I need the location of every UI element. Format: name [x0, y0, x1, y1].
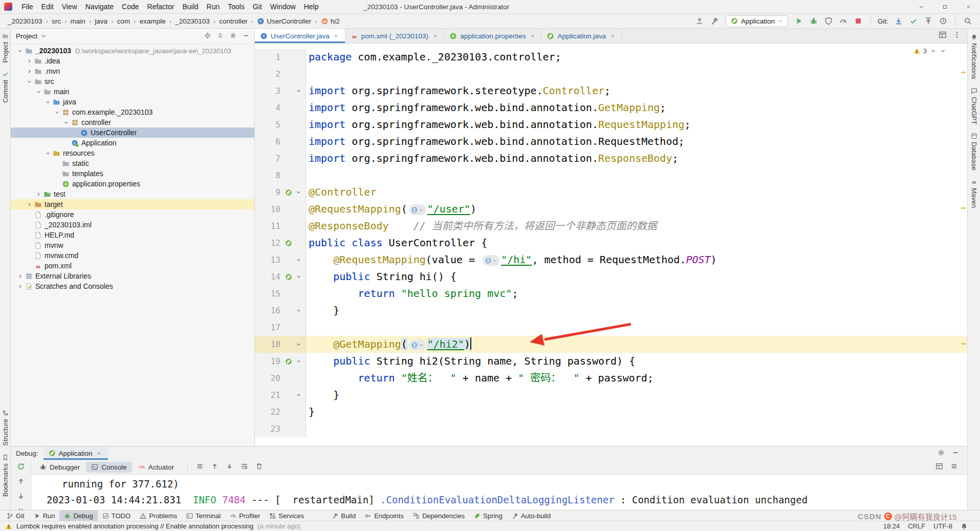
url-inlay-hint[interactable]: [483, 255, 499, 266]
spring-bean-gutter-icon[interactable]: [283, 273, 294, 281]
search-everywhere-button[interactable]: [961, 15, 974, 27]
close-tab-icon[interactable]: [333, 32, 340, 39]
code-text[interactable]: @RequestMapping("/user"): [306, 201, 476, 218]
toolwindow-button-build[interactable]: Build: [327, 511, 360, 521]
tree-item-help-md[interactable]: HELP.md: [11, 230, 254, 240]
breadcrumb-com[interactable]: com: [116, 17, 132, 26]
tool-stripe-structure[interactable]: Structure: [2, 410, 9, 446]
tree-item-application[interactable]: CApplication: [11, 138, 254, 148]
tree-item-mvnw[interactable]: mvnw: [11, 240, 254, 250]
tree-item-resources[interactable]: resources: [11, 148, 254, 158]
toolwindow-button-todo[interactable]: TODO: [98, 511, 135, 521]
toolwindow-button-endpoints[interactable]: Endpoints: [360, 511, 408, 521]
panel-settings-button[interactable]: [230, 32, 236, 40]
tree-item-java[interactable]: java: [11, 97, 254, 107]
close-session-icon[interactable]: [96, 450, 103, 457]
next-problem-icon[interactable]: [940, 48, 946, 54]
tree-item--mvn[interactable]: .mvn: [11, 66, 254, 76]
debug-tab-actuator[interactable]: Actuator: [133, 462, 179, 473]
scroll-to-end-button[interactable]: [226, 462, 233, 472]
code-text[interactable]: @GetMapping("/hi2"): [306, 336, 471, 353]
status-message[interactable]: Lombok requires enabled annotation proce…: [16, 522, 253, 530]
notifications-bell-icon[interactable]: [961, 523, 968, 530]
debug-button[interactable]: [808, 15, 820, 27]
close-tab-icon[interactable]: [431, 32, 439, 39]
tree-item-scratches-and-consoles[interactable]: Scratches and Consoles: [11, 281, 254, 291]
code-text[interactable]: import org.springframework.web.bind.anno…: [306, 133, 685, 150]
tree-item-application-properties[interactable]: application.properties: [11, 179, 254, 189]
minimize-button[interactable]: [909, 0, 933, 14]
tree-chevron-icon[interactable]: [43, 98, 52, 106]
breadcrumb--20230103[interactable]: _20230103: [173, 17, 211, 26]
tool-stripe-commit[interactable]: Commit: [2, 71, 9, 103]
git-commit-button[interactable]: [907, 15, 920, 27]
editor-tab-application-java[interactable]: Application.java: [541, 29, 622, 43]
spring-bean-gutter-icon[interactable]: [283, 358, 294, 365]
git-history-button[interactable]: [937, 15, 949, 27]
tree-item-mvnw-cmd[interactable]: mvnw.cmd: [11, 250, 254, 261]
toolwindow-button-profiler[interactable]: Profiler: [225, 511, 265, 521]
hide-debug-panel-button[interactable]: [952, 449, 959, 458]
tree-item--gitignore[interactable]: .gitignore: [11, 209, 254, 220]
stop-button[interactable]: [852, 15, 865, 27]
menu-run[interactable]: Run: [203, 0, 224, 14]
project-view-chevron-icon[interactable]: [40, 33, 47, 39]
toolwindow-button-git[interactable]: Git: [2, 511, 29, 521]
console-options-button[interactable]: [950, 462, 958, 472]
debug-tab-console[interactable]: Console: [86, 462, 132, 473]
breadcrumb-main[interactable]: main: [69, 17, 87, 26]
collapse-all-button[interactable]: [217, 32, 224, 40]
tree-chevron-icon[interactable]: [25, 77, 34, 86]
soft-wrap-button[interactable]: [241, 462, 248, 472]
menu-build[interactable]: Build: [178, 0, 202, 14]
code-text[interactable]: }: [306, 387, 339, 403]
menu-tools[interactable]: Tools: [224, 0, 249, 14]
git-push-button[interactable]: [922, 15, 934, 27]
tree-chevron-icon[interactable]: [25, 200, 34, 208]
tree-item-main[interactable]: main: [11, 87, 254, 97]
tree-item-com-example-20230103[interactable]: com.example._20230103: [11, 107, 254, 117]
fold-marker-icon[interactable]: [294, 88, 302, 94]
breadcrumb-example[interactable]: example: [138, 17, 167, 26]
tree-item-external-libraries[interactable]: External Libraries: [11, 271, 254, 281]
code-text[interactable]: @ResponseBody // 当前类中所有方法，将返回一个非静态页面的数据: [306, 218, 657, 235]
tree-item-test[interactable]: test: [11, 189, 254, 199]
code-text[interactable]: import org.springframework.stereotype.Co…: [306, 82, 611, 99]
debug-settings-button[interactable]: [938, 449, 945, 458]
menu-file[interactable]: File: [17, 0, 37, 14]
code-text[interactable]: package com.example._20230103.controller…: [306, 49, 561, 66]
toolwindow-button-terminal[interactable]: Terminal: [182, 511, 225, 521]
code-text[interactable]: [306, 66, 309, 82]
breadcrumb-java[interactable]: java: [93, 17, 109, 26]
code-text[interactable]: public String hi() {: [306, 268, 456, 285]
breadcrumb-controller[interactable]: controller: [217, 17, 249, 26]
breadcrumb-hi2[interactable]: mhi2: [319, 17, 341, 26]
spring-bean-gutter-icon[interactable]: [283, 240, 294, 247]
git-update-button[interactable]: [892, 15, 905, 27]
spring-bean-gutter-icon[interactable]: [283, 189, 294, 196]
tree-item-pom-xml[interactable]: mpom.xml: [11, 261, 254, 271]
fold-marker-icon[interactable]: [294, 274, 302, 280]
tool-stripe-bookmarks[interactable]: Bookmarks: [2, 454, 9, 497]
run-config-selector[interactable]: Application: [726, 15, 788, 27]
breadcrumb-usercontroller[interactable]: CUserController: [255, 17, 313, 26]
breadcrumb-src[interactable]: src: [50, 17, 62, 26]
tool-stripe-database[interactable]: Database: [970, 133, 978, 171]
code-text[interactable]: }: [306, 302, 339, 319]
rerun-button[interactable]: [17, 462, 25, 473]
tree-item-static[interactable]: static: [11, 158, 254, 168]
code-text[interactable]: public String hi2(String name, String pa…: [306, 353, 635, 370]
editor-tab-usercontroller-java[interactable]: CUserController.java: [255, 29, 345, 43]
fold-marker-icon[interactable]: [294, 308, 302, 313]
toolwindow-button-auto-build[interactable]: Auto-build: [507, 511, 556, 521]
frame-up-button[interactable]: [17, 477, 25, 487]
code-text[interactable]: @RequestMapping(value = "/hi", method = …: [306, 251, 717, 268]
tree-item-templates[interactable]: templates: [11, 168, 254, 179]
editor-tab-pom-xml-20230103-[interactable]: mpom.xml (_20230103): [345, 29, 444, 43]
code-text[interactable]: [306, 420, 309, 437]
toolwindow-button-problems[interactable]: Problems: [135, 511, 182, 521]
close-button[interactable]: [956, 0, 980, 14]
editor-more-button[interactable]: [953, 31, 961, 41]
tree-item--20230103-iml[interactable]: _20230103.iml: [11, 220, 254, 230]
tree-chevron-icon[interactable]: [16, 47, 25, 55]
